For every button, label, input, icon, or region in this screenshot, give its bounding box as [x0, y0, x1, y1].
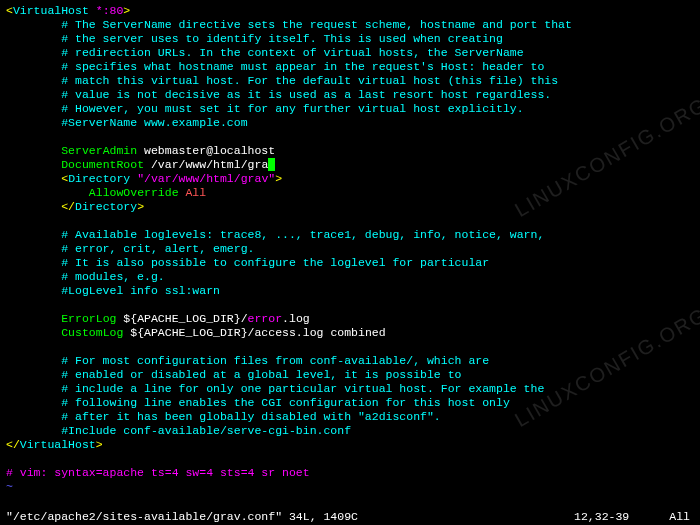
code-segment: <	[6, 4, 13, 17]
code-segment: /var/www/html/	[144, 158, 248, 171]
code-segment: VirtualHost	[13, 4, 89, 17]
code-segment: gra	[248, 158, 269, 171]
code-line[interactable]: ErrorLog ${APACHE_LOG_DIR}/error.log	[6, 312, 694, 326]
status-scroll: All	[669, 510, 694, 524]
code-segment: </	[6, 438, 20, 451]
code-segment: # error, crit, alert, emerg.	[6, 242, 254, 255]
code-segment: # the server uses to identify itself. Th…	[6, 32, 503, 45]
vim-status-bar: "/etc/apache2/sites-available/grav.conf"…	[0, 509, 700, 525]
code-segment: >	[275, 172, 282, 185]
code-line[interactable]: CustomLog ${APACHE_LOG_DIR}/access.log c…	[6, 326, 694, 340]
code-line[interactable]: #Include conf-available/serve-cgi-bin.co…	[6, 424, 694, 438]
code-segment: .log	[282, 312, 310, 325]
code-segment: # match this virtual host. For the defau…	[6, 74, 558, 87]
code-segment: VirtualHost	[20, 438, 96, 451]
code-segment: # Available loglevels: trace8, ..., trac…	[6, 228, 544, 241]
code-line[interactable]	[6, 452, 694, 466]
code-segment: # The ServerName directive sets the requ…	[6, 18, 572, 31]
code-line[interactable]: # match this virtual host. For the defau…	[6, 74, 694, 88]
code-line[interactable]: # For most configuration files from conf…	[6, 354, 694, 368]
code-line[interactable]: # specifies what hostname must appear in…	[6, 60, 694, 74]
code-line[interactable]: # vim: syntax=apache ts=4 sw=4 sts=4 sr …	[6, 466, 694, 480]
code-line[interactable]: # following line enables the CGI configu…	[6, 396, 694, 410]
code-segment: >	[96, 438, 103, 451]
code-line[interactable]: </Directory>	[6, 200, 694, 214]
code-segment: #ServerName www.example.com	[6, 116, 248, 129]
code-segment: #Include conf-available/serve-cgi-bin.co…	[6, 424, 351, 437]
code-line[interactable]: # value is not decisive as it is used as…	[6, 88, 694, 102]
code-line[interactable]: #ServerName www.example.com	[6, 116, 694, 130]
code-line[interactable]	[6, 130, 694, 144]
code-segment: # However, you must set it for any furth…	[6, 102, 524, 115]
code-line[interactable]: # modules, e.g.	[6, 270, 694, 284]
code-segment: </	[61, 200, 75, 213]
code-segment: DocumentRoot	[61, 158, 144, 171]
code-line[interactable]: <Directory "/var/www/html/grav">	[6, 172, 694, 186]
code-segment: # enabled or disabled at a global level,…	[6, 368, 461, 381]
code-segment: All	[185, 186, 206, 199]
code-line[interactable]: # after it has been globally disabled wi…	[6, 410, 694, 424]
code-segment: error	[248, 312, 283, 325]
code-line[interactable]: # It is also possible to configure the l…	[6, 256, 694, 270]
status-cursor-pos: 12,32-39	[574, 510, 669, 524]
code-segment	[6, 326, 61, 339]
code-segment: >	[137, 200, 144, 213]
code-segment: CustomLog	[61, 326, 123, 339]
code-line[interactable]	[6, 298, 694, 312]
code-segment: ${APACHE_LOG_DIR}/	[116, 312, 247, 325]
code-segment: # include a line for only one particular…	[6, 382, 544, 395]
code-segment	[6, 158, 61, 171]
code-line[interactable]: AllowOverride All	[6, 186, 694, 200]
code-segment: ErrorLog	[61, 312, 116, 325]
code-segment: Directory	[75, 200, 137, 213]
code-line[interactable]: # However, you must set it for any furth…	[6, 102, 694, 116]
code-segment: ~	[6, 480, 13, 493]
code-segment: *:80	[96, 4, 124, 17]
code-segment	[6, 200, 61, 213]
code-segment	[6, 312, 61, 325]
code-segment: # after it has been globally disabled wi…	[6, 410, 441, 423]
code-segment: # vim: syntax=apache ts=4 sw=4 sts=4 sr …	[6, 466, 310, 479]
code-segment: # following line enables the CGI configu…	[6, 396, 510, 409]
code-line[interactable]: #LogLevel info ssl:warn	[6, 284, 694, 298]
code-line[interactable]: # error, crit, alert, emerg.	[6, 242, 694, 256]
code-line[interactable]: # Available loglevels: trace8, ..., trac…	[6, 228, 694, 242]
status-filename: "/etc/apache2/sites-available/grav.conf"…	[6, 510, 574, 524]
code-segment: AllowOverride	[89, 186, 179, 199]
code-line[interactable]: ServerAdmin webmaster@localhost	[6, 144, 694, 158]
code-line[interactable]: # enabled or disabled at a global level,…	[6, 368, 694, 382]
code-segment: # value is not decisive as it is used as…	[6, 88, 551, 101]
code-line[interactable]: # the server uses to identify itself. Th…	[6, 32, 694, 46]
text-cursor	[268, 158, 275, 171]
code-segment: ServerAdmin	[61, 144, 137, 157]
code-segment: # redirection URLs. In the context of vi…	[6, 46, 524, 59]
code-segment	[89, 4, 96, 17]
code-segment: "/var/www/html/grav"	[137, 172, 275, 185]
code-segment	[6, 144, 61, 157]
code-segment: #LogLevel info ssl:warn	[6, 284, 220, 297]
code-line[interactable]: # redirection URLs. In the context of vi…	[6, 46, 694, 60]
code-line[interactable]: # include a line for only one particular…	[6, 382, 694, 396]
code-segment	[6, 172, 61, 185]
code-line[interactable]: </VirtualHost>	[6, 438, 694, 452]
code-line[interactable]: DocumentRoot /var/www/html/gra	[6, 158, 694, 172]
code-segment: # modules, e.g.	[6, 270, 165, 283]
code-segment: webmaster@localhost	[137, 144, 275, 157]
code-segment: >	[123, 4, 130, 17]
code-segment	[6, 186, 89, 199]
code-segment: ${APACHE_LOG_DIR}/access.log combined	[123, 326, 385, 339]
code-line[interactable]: # The ServerName directive sets the requ…	[6, 18, 694, 32]
code-segment: # For most configuration files from conf…	[6, 354, 489, 367]
code-line[interactable]: ~	[6, 480, 694, 494]
vim-editor-buffer[interactable]: <VirtualHost *:80> # The ServerName dire…	[6, 4, 694, 494]
code-segment: Directory	[68, 172, 130, 185]
code-line[interactable]	[6, 340, 694, 354]
code-line[interactable]	[6, 214, 694, 228]
code-segment: # specifies what hostname must appear in…	[6, 60, 544, 73]
code-line[interactable]: <VirtualHost *:80>	[6, 4, 694, 18]
code-segment: # It is also possible to configure the l…	[6, 256, 489, 269]
